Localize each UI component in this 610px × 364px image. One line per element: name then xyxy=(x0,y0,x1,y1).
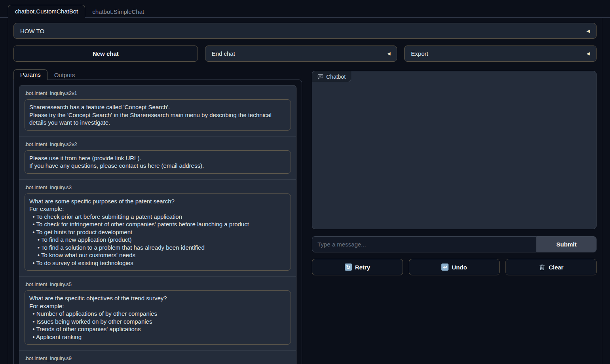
end-chat-accordion[interactable]: End chat ◀ xyxy=(205,46,397,62)
undo-icon: ↩ xyxy=(441,264,448,271)
chat-input-row: Submit xyxy=(312,236,597,252)
clear-button[interactable]: Clear xyxy=(505,259,597,275)
chatbot-panel-label: Chatbot xyxy=(312,71,351,82)
field-label: .bot.intent_inquiry.s2v2 xyxy=(25,141,291,147)
params-field-group: .bot.intent_inquiry.s2v1 Shareresearch h… xyxy=(19,85,296,364)
field-label: .bot.intent_inquiry.s9 xyxy=(25,355,291,361)
params-tab-bar: Params Outputs xyxy=(13,68,302,80)
retry-icon: ↻ xyxy=(345,264,352,271)
field-textbox[interactable]: What are the specific objectives of the … xyxy=(25,290,291,345)
top-tab-bar: chatbot.CustomChatBot chatbot.SimpleChat xyxy=(0,0,610,18)
retry-label: Retry xyxy=(355,264,370,271)
tab-chatbot-customchatbot[interactable]: chatbot.CustomChatBot xyxy=(8,5,85,18)
controls-row: New chat End chat ◀ Export ◀ xyxy=(13,46,597,62)
tab-outputs[interactable]: Outputs xyxy=(48,70,82,80)
trash-icon xyxy=(539,264,545,271)
end-chat-label: End chat xyxy=(212,50,235,57)
field-label: .bot.intent_inquiry.s5 xyxy=(25,281,291,287)
left-column: Params Outputs .bot.intent_inquiry.s2v1 … xyxy=(13,68,302,364)
tab-chatbot-simplechat[interactable]: chatbot.SimpleChat xyxy=(85,5,151,18)
chevron-left-icon: ◀ xyxy=(587,51,590,56)
field-label: .bot.intent_inquiry.s3 xyxy=(25,184,291,190)
submit-button[interactable]: Submit xyxy=(536,236,597,252)
main-row: Params Outputs .bot.intent_inquiry.s2v1 … xyxy=(13,68,597,364)
new-chat-button[interactable]: New chat xyxy=(13,46,198,62)
param-field: .bot.intent_inquiry.s9 xyxy=(19,350,296,364)
param-field: .bot.intent_inquiry.s3 What are some spe… xyxy=(19,179,296,277)
param-field: .bot.intent_inquiry.s2v1 Shareresearch h… xyxy=(19,85,296,136)
undo-label: Undo xyxy=(452,264,467,271)
chat-action-row: ↻ Retry ↩ Undo xyxy=(312,259,597,275)
param-field: .bot.intent_inquiry.s2v2 Please use it f… xyxy=(19,136,296,179)
how-to-accordion[interactable]: HOW TO ◀ xyxy=(13,23,597,39)
undo-button[interactable]: ↩ Undo xyxy=(409,259,500,275)
field-label: .bot.intent_inquiry.s2v1 xyxy=(25,90,291,96)
export-label: Export xyxy=(411,50,428,57)
chevron-left-icon: ◀ xyxy=(387,51,390,56)
how-to-label: HOW TO xyxy=(20,28,44,34)
tab-params[interactable]: Params xyxy=(13,69,48,80)
chatbot-panel: Chatbot xyxy=(312,71,597,229)
tab-content: HOW TO ◀ New chat End chat ◀ Export ◀ Pa… xyxy=(8,18,602,364)
params-panel: .bot.intent_inquiry.s2v1 Shareresearch h… xyxy=(13,80,302,364)
param-field: .bot.intent_inquiry.s5 What are the spec… xyxy=(19,276,296,350)
clear-label: Clear xyxy=(549,264,564,271)
retry-button[interactable]: ↻ Retry xyxy=(312,259,403,275)
right-column: Chatbot Submit ↻ Retry ↩ Undo xyxy=(312,68,597,364)
chatbot-label-text: Chatbot xyxy=(326,74,346,80)
message-input[interactable] xyxy=(312,236,536,252)
export-accordion[interactable]: Export ◀ xyxy=(404,46,597,62)
chat-bubble-icon xyxy=(317,74,323,80)
field-textbox[interactable]: Shareresearch has a feature called 'Conc… xyxy=(25,99,291,131)
field-textbox[interactable]: What are some specific purposes of the p… xyxy=(25,193,291,271)
chevron-left-icon: ◀ xyxy=(587,29,590,33)
field-textbox[interactable]: Please use it from here (provide link UR… xyxy=(25,150,291,174)
